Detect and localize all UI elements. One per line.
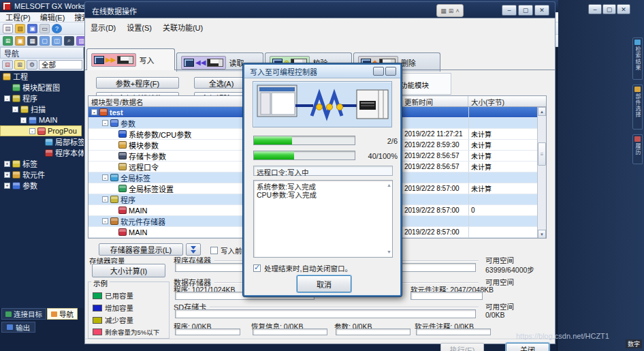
maximize-button[interactable]: ▢	[602, 4, 616, 14]
program-body-icon	[45, 149, 53, 157]
menu-project[interactable]: 工程(P)	[5, 12, 31, 22]
menu-display[interactable]: 显示(D)	[91, 22, 116, 33]
tab-connection-destination[interactable]: 连接目标	[1, 308, 46, 320]
collapse-icon[interactable]: -	[29, 128, 35, 134]
menu-related-functions[interactable]: 关联功能(U)	[163, 22, 203, 33]
parameter-program-button[interactable]: 参数+程序(F)	[96, 77, 179, 89]
select-all-button[interactable]: 全选(A)	[194, 77, 248, 89]
collapse-icon: ˄	[455, 7, 459, 14]
execute-button[interactable]: 执行(E)	[440, 343, 484, 351]
minimize-button[interactable]: –	[502, 5, 517, 16]
new-file-icon[interactable]: ▤	[3, 24, 13, 33]
tree-item-program[interactable]: -程序	[0, 93, 84, 104]
legend-item: 剩余容量为5%以下	[93, 327, 159, 337]
cancel-button[interactable]: 取消	[297, 275, 351, 292]
gear-icon[interactable]: ⚙	[27, 60, 37, 70]
table-scrollbar[interactable]: ▲ ≡ ▼	[537, 107, 546, 239]
tree-item-label[interactable]: +标签	[0, 158, 84, 169]
col-size[interactable]: 大小(字节)	[468, 96, 536, 106]
main-program-icon	[29, 117, 37, 124]
collapse-icon[interactable]: -	[12, 106, 18, 112]
write-arrows-icon: ▶▶	[106, 57, 116, 63]
col-updated[interactable]: 更新时间	[402, 96, 468, 106]
find-icon[interactable]: ⌕	[64, 36, 74, 46]
window-split-icon[interactable]: ◫	[52, 36, 62, 46]
step-progress-label: 2/6	[357, 137, 398, 145]
tree-view-icon[interactable]: ⊞	[3, 36, 13, 46]
pre-write-checkbox[interactable]	[210, 247, 218, 254]
scroll-up-icon[interactable]: ▲	[538, 107, 546, 116]
right-panel-tab[interactable]: 部件选择	[632, 85, 643, 129]
progress-title-bar: 写入至可编程控制器	[244, 65, 400, 78]
navigation-panel-header: 导航	[0, 47, 84, 59]
capacity-legend-label: 示例	[91, 278, 110, 288]
pc-to-plc-graphic	[253, 82, 391, 127]
tree-item-scan[interactable]: -扫描	[0, 104, 84, 115]
tree-item-module-config[interactable]: 模块配置图	[0, 82, 84, 93]
tree-switch-icon[interactable]: ⊟	[2, 60, 13, 70]
navigation-tab-icon	[51, 311, 57, 317]
tree-item-device[interactable]: +软元件	[0, 169, 84, 180]
background-window-controls: – ▢ ✕	[588, 4, 630, 14]
scrollbar-thumb[interactable]: ≡	[538, 142, 546, 166]
window-icon[interactable]: ▢	[39, 36, 50, 46]
panel-tabs: 连接目标 导航	[0, 308, 84, 320]
memory-capacity-display-button[interactable]: 存储器容量显示(L)	[99, 243, 183, 256]
scroll-up-icon[interactable]: ▲	[387, 181, 391, 189]
module-config-icon	[12, 84, 20, 91]
scroll-down-icon[interactable]: ▼	[538, 230, 546, 239]
minimize-button[interactable]: –	[588, 4, 602, 14]
print-icon[interactable]: ▭	[39, 24, 50, 33]
expand-icon[interactable]: +	[4, 183, 10, 189]
tree-item-parameter[interactable]: +参数	[0, 180, 84, 191]
legend-item: 增加容量	[93, 303, 133, 313]
legend-item-label: 功能模块	[400, 80, 429, 90]
save-all-icon[interactable]: ▣	[15, 36, 25, 46]
output-icon	[7, 324, 13, 330]
read-tab-graphic: ◀◀	[181, 56, 226, 70]
tab-write[interactable]: ▶▶ 写入	[86, 48, 175, 70]
device-folder-icon	[12, 171, 20, 179]
chip-icon[interactable]: ▦	[27, 36, 37, 46]
save-icon[interactable]: ▣	[27, 24, 37, 33]
progress-log[interactable]: 系统参数:写入完成 CPU参数:写入完成 ▲ ▼	[253, 180, 393, 258]
tree-item-local-label[interactable]: 局部标签	[0, 136, 84, 147]
nav-filter-select[interactable]: 全部	[39, 60, 82, 70]
tab-navigation[interactable]: 导航	[47, 308, 78, 320]
close-dialog-button[interactable]: 关闭	[506, 343, 549, 351]
tree-item-project[interactable]: 工程	[0, 71, 84, 82]
dialog-title-bar: 在线数据操作 – ▢ ✕	[84, 1, 556, 18]
chevron-down-icon[interactable]	[186, 243, 201, 256]
help-button[interactable]	[373, 67, 384, 76]
expand-icon[interactable]: +	[4, 161, 10, 167]
close-button[interactable]: ✕	[534, 5, 549, 16]
mini-toolbar[interactable]: ▦ ⊞ ˄	[436, 4, 464, 17]
close-button[interactable]: ✕	[617, 4, 630, 14]
right-panel-tab-label: 履历	[634, 143, 641, 155]
tree-item-program-body[interactable]: 程序本体	[0, 147, 84, 158]
open-folder-icon[interactable]: ▨	[15, 24, 25, 33]
scroll-down-icon[interactable]: ▼	[387, 248, 391, 256]
close-button[interactable]	[385, 67, 396, 76]
maximize-button[interactable]: ▢	[518, 5, 533, 16]
tree-item-main[interactable]: -MAIN	[0, 115, 84, 125]
menu-edit[interactable]: 编辑(E)	[40, 12, 65, 22]
size-calculation-button[interactable]: 大小计算(I)	[92, 264, 165, 277]
collapse-icon[interactable]: -	[20, 117, 27, 123]
help-icon[interactable]: ?	[52, 24, 62, 33]
tab-output[interactable]: 输出	[1, 322, 35, 333]
auto-close-checkbox[interactable]	[253, 264, 261, 272]
collapse-icon[interactable]: -	[4, 95, 10, 102]
dialog-title: 在线数据操作	[92, 5, 137, 16]
menu-settings[interactable]: 设置(S)	[127, 22, 152, 33]
tree-display-icon[interactable]: ⊞	[14, 60, 25, 70]
rtab3-icon	[634, 136, 641, 142]
navigation-tree: 工程 模块配置图 -程序 -扫描 -MAIN -ProgPou 局部标签 程序本…	[0, 71, 84, 308]
right-panel-tab[interactable]: 履历	[632, 134, 643, 164]
right-panel-tab[interactable]: 检索结果	[632, 37, 643, 80]
auto-close-label: 处理结束时,自动关闭窗口。	[264, 263, 352, 273]
free-space-label: 可用空间	[485, 277, 514, 287]
tree-item-progpou[interactable]: -ProgPou	[0, 125, 82, 136]
background-window: – ▢ ✕ 检索结果 部件选择 履历	[557, 0, 644, 351]
expand-icon[interactable]: +	[4, 172, 10, 178]
